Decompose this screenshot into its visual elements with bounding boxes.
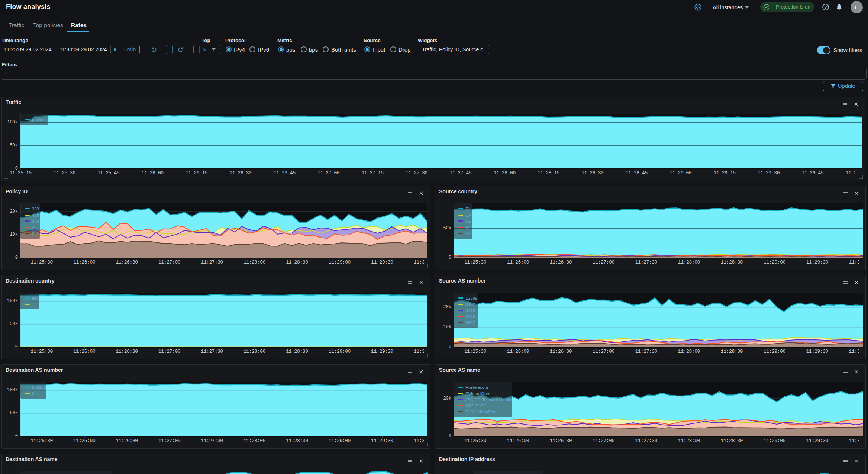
svg-text:?: ? xyxy=(824,5,827,9)
